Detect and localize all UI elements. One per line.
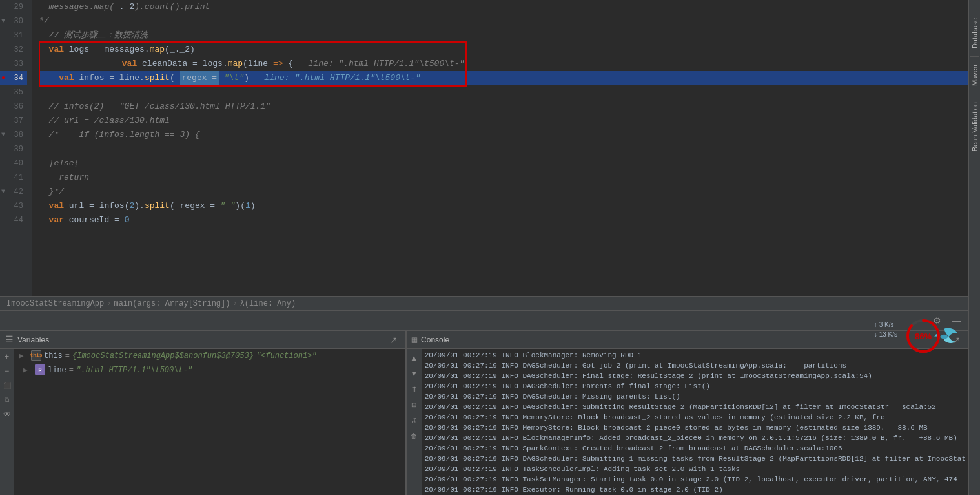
- code-line-35: [39, 85, 968, 100]
- bottom-panels: ☰ Variables ↗ + − ⬛ ⧉ 👁: [0, 330, 968, 495]
- console-line: 20/09/01 00:27:19 INFO TaskSchedulerImpl…: [425, 464, 966, 474]
- var-type-icon: this: [31, 350, 41, 361]
- status-bar: ImoocStatStreamingApp › main(args: Array…: [0, 296, 968, 310]
- console-line: 20/09/01 00:27:19 INFO DAGScheduler: Got…: [425, 361, 966, 371]
- console-title: Console: [421, 335, 449, 344]
- clear-button[interactable]: 🗑: [407, 429, 420, 442]
- bean-validation-tab[interactable]: Bean Validation: [970, 97, 980, 156]
- progress-circle: 86%: [904, 317, 943, 355]
- console-line: 20/09/01 00:27:19 INFO DAGScheduler: Sub…: [425, 454, 966, 464]
- variables-panel-header: ☰ Variables ↗: [0, 331, 405, 349]
- remove-watch-icon[interactable]: −: [1, 366, 13, 377]
- console-line: 20/09/01 00:27:19 INFO BlockManagerInfo:…: [425, 433, 966, 443]
- breadcrumb-path2: λ(line: Any): [240, 299, 296, 308]
- code-line-33: val cleanData = logs.map(line => { line:…: [39, 57, 968, 71]
- console-line: 20/09/01 00:27:19 INFO MemoryStore: Bloc…: [425, 423, 966, 433]
- breadcrumb: ImoocStatStreamingApp › main(args: Array…: [6, 299, 296, 308]
- speed-up: ↑ 3 K/s: [874, 320, 897, 330]
- filter-button[interactable]: ⊟: [407, 398, 420, 411]
- code-line-39: [39, 142, 968, 156]
- console-content[interactable]: 20/09/01 00:27:19 INFO BlockManager: Rem…: [422, 349, 968, 495]
- progress-text: 86%: [915, 332, 932, 341]
- console-panel: ▦ Console ↗ ▲ ▼ ⇈ ⊟ 🖨 🗑: [407, 331, 968, 495]
- line-numbers: 29 ▼30 31 32 33 ●34 35 36 37 ▼38 39 40 4…: [0, 0, 32, 296]
- code-line-40: }else{: [39, 156, 968, 171]
- variables-panel: ☰ Variables ↗ + − ⬛ ⧉ 👁: [0, 331, 407, 495]
- maven-tab[interactable]: Maven: [970, 59, 980, 91]
- code-line-42: }*/: [39, 185, 968, 199]
- console-line: 20/09/01 00:27:19 INFO SparkContext: Cre…: [425, 443, 966, 454]
- console-line: 20/09/01 00:27:19 INFO DAGScheduler: Mis…: [425, 392, 966, 402]
- variable-item-this[interactable]: ▶ this this = {ImoocStatStreamingApp$$an…: [14, 349, 405, 363]
- settings-small-icon[interactable]: ⬛: [1, 380, 13, 392]
- variables-controls: ↗: [387, 333, 400, 346]
- variable-item-line[interactable]: ▶ p line = ".html HTTP/1.1"\t500\t-": [14, 363, 405, 377]
- console-line: 20/09/01 00:27:19 INFO DAGScheduler: Sub…: [425, 402, 966, 412]
- scroll-down-button[interactable]: ▼: [407, 367, 420, 380]
- speed-down: ↓ 13 K/s: [874, 330, 897, 339]
- console-line: 20/09/01 00:27:19 INFO TaskSetManager: S…: [425, 474, 966, 485]
- code-line-30: */: [39, 14, 968, 28]
- editor-area: 29 ▼30 31 32 33 ●34 35 36 37 ▼38 39 40 4…: [0, 0, 968, 330]
- variables-icon: ☰: [5, 334, 14, 345]
- console-line: 20/09/01 00:27:19 INFO DAGScheduler: Fin…: [425, 371, 966, 381]
- code-line-37: // url = /class/130.html: [39, 114, 968, 128]
- scroll-top-button[interactable]: ⇈: [407, 383, 420, 395]
- editor-toolbar: ⚙ —: [0, 310, 968, 330]
- var-p-icon: p: [35, 364, 45, 375]
- code-line-44: var courseId = 0: [39, 213, 968, 227]
- print-button[interactable]: 🖨: [407, 414, 420, 427]
- view-icon[interactable]: 👁: [1, 408, 13, 420]
- add-watch-icon[interactable]: +: [1, 352, 13, 363]
- variables-title: Variables: [17, 335, 49, 344]
- variables-expand-button[interactable]: ↗: [387, 333, 400, 346]
- variables-list: ▶ this this = {ImoocStatStreamingApp$$an…: [14, 349, 405, 495]
- code-line-31: // 测试步骤二：数据清洗: [39, 28, 968, 43]
- code-line-41: return: [39, 171, 968, 185]
- breadcrumb-path1: main(args: Array[String]): [114, 299, 230, 308]
- scroll-up-button[interactable]: ▲: [407, 352, 420, 364]
- code-line-43: val url = infos(2).split( regex = " ")(1…: [39, 199, 968, 213]
- console-line: 20/09/01 00:27:19 INFO Executor: Running…: [425, 485, 966, 495]
- variables-side-icons: + − ⬛ ⧉ 👁: [0, 349, 14, 495]
- console-line: 20/09/01 00:27:19 INFO DAGScheduler: Par…: [425, 381, 966, 392]
- console-line: 20/09/01 00:27:19 INFO BlockManager: Rem…: [425, 350, 966, 361]
- code-line-38: /* if (infos.length == 3) {: [39, 128, 968, 142]
- code-content[interactable]: messages.map(_._2).count().print */ // 测…: [32, 0, 968, 296]
- console-nav: ▲ ▼ ⇈ ⊟ 🖨 🗑: [407, 349, 422, 495]
- right-sidebar: Database Maven Bean Validation: [968, 0, 980, 495]
- console-line: 20/09/01 00:27:19 INFO MemoryStore: Bloc…: [425, 412, 966, 423]
- database-tab[interactable]: Database: [970, 13, 980, 54]
- console-icon: ▦: [412, 334, 417, 345]
- code-line-36: // infos(2) = "GET /class/130.html HTTP/…: [39, 100, 968, 114]
- copy-icon[interactable]: ⧉: [1, 394, 13, 406]
- breadcrumb-file: ImoocStatStreamingApp: [6, 299, 104, 308]
- code-line-29: messages.map(_._2).count().print: [39, 0, 968, 14]
- speed-indicator: ↑ 3 K/s ↓ 13 K/s: [874, 320, 897, 339]
